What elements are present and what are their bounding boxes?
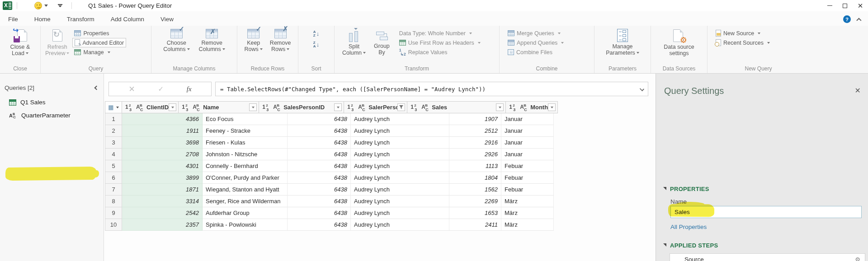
combine-files-button[interactable]: ↓↓ Combine Files <box>506 47 566 57</box>
advanced-editor-button[interactable]: Advanced Editor <box>72 38 126 47</box>
cell-client-id[interactable]: 1911 <box>122 125 203 137</box>
column-menu-button[interactable] <box>496 103 504 111</box>
cell-saler-person-name[interactable]: Audrey Lynch <box>351 160 449 172</box>
cell-sales[interactable]: 2512 <box>449 125 501 137</box>
column-header[interactable]: 123 ABC SalesPersonID <box>259 101 344 113</box>
merge-queries-button[interactable]: Merge Queries <box>506 28 566 38</box>
query-list-item[interactable]: ABC QuarterParameter <box>0 109 104 122</box>
use-first-row-as-headers-button[interactable]: Use First Row as Headers <box>397 38 482 47</box>
group-by-button[interactable]: GroupBy <box>372 28 392 56</box>
replace-values-button[interactable]: 1 ↳2 Replace Values <box>397 47 482 57</box>
cell-month[interactable]: März <box>501 196 554 207</box>
collapse-section-icon[interactable] <box>663 243 666 247</box>
properties-button[interactable]: Properties <box>72 28 126 38</box>
manage-parameters-button[interactable]: Manage Parameters <box>604 28 642 57</box>
table-row[interactable]: 10 2357 Spinka - Powlowski 6438 Audrey L… <box>105 219 558 231</box>
cell-client-id[interactable]: 3314 <box>122 196 203 207</box>
cell-sales[interactable]: 2926 <box>449 149 501 160</box>
cell-name[interactable]: O'Conner, Purdy and Parker <box>203 172 288 184</box>
column-header[interactable]: 123 ABC ClientID <box>122 101 179 113</box>
column-menu-button[interactable] <box>249 103 257 111</box>
table-row[interactable]: 5 4301 Connelly - Bernhard 6438 Audrey L… <box>105 160 558 172</box>
table-corner-menu-button[interactable]: ▦ <box>105 101 122 113</box>
cell-name[interactable]: Johnston - Nitzsche <box>203 149 288 160</box>
cell-saler-person-name[interactable]: Audrey Lynch <box>351 219 449 231</box>
append-queries-button[interactable]: Append Queries <box>506 38 566 47</box>
collapse-ribbon-icon[interactable] <box>856 18 861 23</box>
column-header[interactable]: 123 ABC Sales <box>407 101 506 113</box>
cell-saler-person-name[interactable]: Audrey Lynch <box>351 172 449 184</box>
applied-step-item[interactable]: Source ⚙ <box>670 254 865 261</box>
cell-name[interactable]: Feeney - Stracke <box>203 125 288 137</box>
cell-name[interactable]: Aufderhar Group <box>203 207 288 219</box>
table-row[interactable]: 3 3698 Friesen - Kulas 6438 Audrey Lynch… <box>105 137 558 149</box>
cell-sales[interactable]: 1907 <box>449 113 501 125</box>
cell-sales-person-id[interactable]: 6438 <box>288 149 351 160</box>
collapse-section-icon[interactable] <box>663 187 666 190</box>
cell-name[interactable]: Friesen - Kulas <box>203 137 288 149</box>
table-row[interactable]: 1 4366 Eco Focus 6438 Audrey Lynch 1907 … <box>105 113 558 125</box>
cell-sales-person-id[interactable]: 6438 <box>288 113 351 125</box>
cell-sales[interactable]: 1113 <box>449 160 501 172</box>
cell-month[interactable]: März <box>501 219 554 231</box>
maximize-button[interactable] <box>837 0 853 11</box>
table-row[interactable]: 8 3314 Senger, Rice and Wilderman 6438 A… <box>105 196 558 207</box>
smiley-feedback-icon[interactable] <box>34 2 42 9</box>
cell-month[interactable]: Febuar <box>501 160 554 172</box>
table-row[interactable]: 4 2708 Johnston - Nitzsche 6438 Audrey L… <box>105 149 558 160</box>
new-source-button[interactable]: New Source <box>714 28 772 38</box>
ribbon-tab[interactable]: Home <box>26 13 59 26</box>
choose-columns-button[interactable]: ✓ Choose Columns <box>161 28 192 53</box>
cell-sales[interactable]: 1804 <box>449 172 501 184</box>
cancel-formula-icon[interactable]: ✕ <box>128 84 135 94</box>
cell-client-id[interactable]: 3698 <box>122 137 203 149</box>
cell-client-id[interactable]: 1871 <box>122 184 203 196</box>
column-menu-button[interactable] <box>169 103 176 111</box>
close-and-load-button[interactable]: ↪ Close & Load <box>8 28 33 57</box>
formula-input[interactable] <box>215 82 648 96</box>
cell-name[interactable]: Connelly - Bernhard <box>203 160 288 172</box>
minimize-button[interactable] <box>822 0 837 11</box>
cell-sales[interactable]: 2916 <box>449 137 501 149</box>
customize-toolbar-icon[interactable] <box>58 4 62 7</box>
cell-month[interactable]: Febuar <box>501 172 554 184</box>
sort-ascending-button[interactable]: AZ↓ <box>313 29 319 38</box>
table-row[interactable]: 2 1911 Feeney - Stracke 6438 Audrey Lync… <box>105 125 558 137</box>
cell-client-id[interactable]: 4366 <box>122 113 203 125</box>
column-menu-button[interactable] <box>334 103 342 111</box>
cell-month[interactable]: Januar <box>501 125 554 137</box>
keep-rows-button[interactable]: ✓ Keep Rows <box>242 28 265 53</box>
cell-sales-person-id[interactable]: 6438 <box>288 160 351 172</box>
cell-sales-person-id[interactable]: 6438 <box>288 207 351 219</box>
cell-saler-person-name[interactable]: Audrey Lynch <box>351 113 449 125</box>
table-row[interactable]: 6 3899 O'Conner, Purdy and Parker 6438 A… <box>105 172 558 184</box>
column-header[interactable]: 123 ABC Name <box>179 101 259 113</box>
cell-name[interactable]: Spinka - Powlowski <box>203 219 288 231</box>
smiley-dropdown-icon[interactable] <box>44 5 48 7</box>
data-source-settings-button[interactable]: ⚙ Data source settings <box>661 28 696 57</box>
sort-descending-button[interactable]: ZA↓ <box>313 40 319 49</box>
refresh-preview-button[interactable]: ↻ Refresh Preview <box>43 28 71 57</box>
cell-saler-person-name[interactable]: Audrey Lynch <box>351 125 449 137</box>
cell-sales-person-id[interactable]: 6438 <box>288 125 351 137</box>
close-panel-icon[interactable]: ✕ <box>855 87 861 94</box>
ribbon-tab[interactable]: View <box>152 13 182 26</box>
cell-sales[interactable]: 2411 <box>449 219 501 231</box>
cell-saler-person-name[interactable]: Audrey Lynch <box>351 149 449 160</box>
cell-name[interactable]: Eco Focus <box>203 113 288 125</box>
column-filter-button[interactable] <box>397 103 405 111</box>
cell-sales[interactable]: 2269 <box>449 196 501 207</box>
column-header[interactable]: 123 ABC Month <box>506 101 558 113</box>
cell-saler-person-name[interactable]: Audrey Lynch <box>351 137 449 149</box>
query-name-input[interactable] <box>670 206 862 218</box>
split-column-button[interactable]: Split Column <box>340 28 368 57</box>
help-icon[interactable]: ? <box>843 15 851 23</box>
cell-client-id[interactable]: 2708 <box>122 149 203 160</box>
cell-client-id[interactable]: 3899 <box>122 172 203 184</box>
manage-query-button[interactable]: Manage <box>72 47 126 57</box>
collapse-queries-pane-icon[interactable] <box>94 86 99 90</box>
close-window-button[interactable]: ✕ <box>853 0 868 11</box>
cell-sales-person-id[interactable]: 6438 <box>288 219 351 231</box>
cell-sales-person-id[interactable]: 6438 <box>288 137 351 149</box>
column-header[interactable]: 123 ABC SalerPersonName <box>344 101 407 113</box>
